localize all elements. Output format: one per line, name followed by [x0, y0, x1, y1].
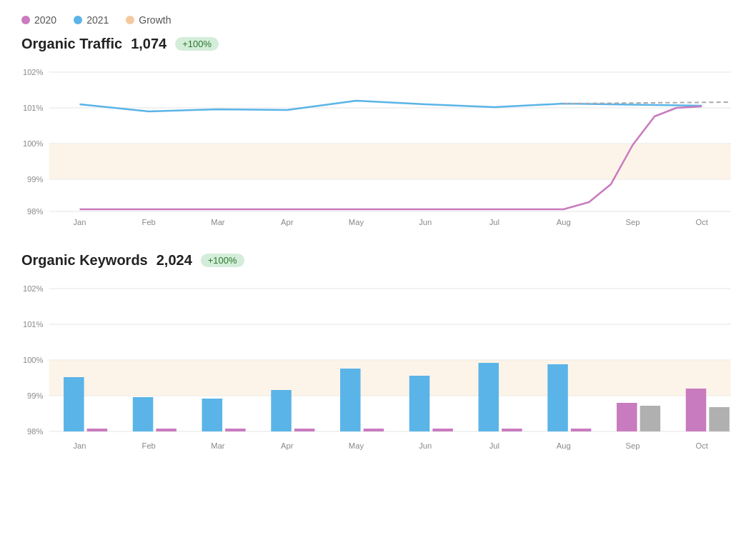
svg-text:Feb: Feb — [142, 218, 156, 226]
legend-label-2021: 2021 — [86, 14, 109, 26]
svg-line-21 — [564, 102, 731, 104]
bar-sep-2020 — [617, 403, 637, 431]
legend-dot-growth — [126, 16, 134, 24]
svg-text:98%: 98% — [27, 427, 44, 436]
legend-item-2021: 2021 — [74, 14, 109, 26]
svg-text:Jan: Jan — [73, 441, 86, 450]
svg-rect-10 — [49, 144, 731, 179]
organic-keywords-title: Organic Keywords — [21, 252, 148, 269]
svg-text:Sep: Sep — [625, 218, 640, 226]
bar-jan-2020 — [87, 429, 108, 431]
bar-feb-2020 — [156, 429, 176, 431]
bar-oct-2020 — [686, 389, 707, 431]
legend-dot-2021 — [74, 16, 82, 24]
bar-jul-2021 — [479, 363, 499, 431]
organic-traffic-title: Organic Traffic — [21, 36, 122, 52]
svg-text:Jun: Jun — [419, 218, 432, 226]
organic-traffic-value: 1,074 — [131, 36, 166, 52]
legend-dot-2020 — [21, 16, 30, 24]
organic-keywords-svg: 102% 101% 100% 99% 98% Jan Feb Mar Apr M… — [21, 276, 735, 461]
svg-text:102%: 102% — [23, 284, 44, 293]
bar-jan-2021 — [64, 377, 84, 431]
svg-text:Apr: Apr — [281, 218, 294, 226]
legend-label-growth: Growth — [139, 14, 171, 26]
bar-jun-2020 — [432, 429, 453, 431]
organic-traffic-chart: 102% 101% 100% 99% 98% Jan Feb Mar Apr M… — [21, 59, 735, 231]
svg-text:Jan: Jan — [73, 218, 86, 226]
svg-text:Feb: Feb — [142, 441, 156, 450]
legend-label-2020: 2020 — [34, 14, 56, 26]
organic-keywords-section: Organic Keywords 2,024 +100% 102% 101% 1… — [21, 252, 735, 461]
bar-sep-2021 — [640, 406, 661, 431]
organic-traffic-svg: 102% 101% 100% 99% 98% Jan Feb Mar Apr M… — [21, 59, 735, 231]
organic-traffic-title-row: Organic Traffic 1,074 +100% — [21, 36, 735, 52]
legend-item-growth: Growth — [126, 14, 171, 26]
organic-traffic-section: Organic Traffic 1,074 +100% 102% 101% 10… — [21, 36, 735, 231]
svg-text:May: May — [349, 218, 364, 226]
svg-text:Sep: Sep — [625, 441, 640, 450]
organic-keywords-value: 2,024 — [156, 252, 192, 269]
legend-item-2020: 2020 — [21, 14, 56, 26]
bar-mar-2021 — [202, 399, 223, 431]
bar-jul-2020 — [502, 429, 522, 431]
bar-jun-2021 — [409, 376, 430, 431]
organic-keywords-title-row: Organic Keywords 2,024 +100% — [21, 252, 735, 269]
svg-text:Jun: Jun — [419, 441, 432, 450]
svg-text:May: May — [349, 441, 364, 450]
svg-text:98%: 98% — [27, 207, 44, 216]
bar-may-2020 — [364, 429, 384, 431]
bar-apr-2020 — [294, 429, 315, 431]
chart-legend: 2020 2021 Growth — [21, 14, 735, 26]
svg-text:Jul: Jul — [489, 441, 499, 450]
svg-text:102%: 102% — [23, 68, 44, 76]
svg-text:101%: 101% — [23, 320, 44, 329]
organic-keywords-badge: +100% — [201, 254, 244, 267]
svg-text:Mar: Mar — [211, 218, 225, 226]
bar-mar-2020 — [225, 429, 246, 431]
svg-text:99%: 99% — [27, 175, 44, 184]
svg-text:99%: 99% — [27, 391, 44, 400]
svg-text:Oct: Oct — [695, 218, 707, 226]
svg-text:Aug: Aug — [557, 218, 571, 226]
svg-text:Mar: Mar — [211, 441, 225, 450]
bar-oct-2021 — [709, 407, 730, 431]
bar-apr-2021 — [271, 390, 292, 431]
svg-text:100%: 100% — [23, 356, 44, 364]
svg-text:Apr: Apr — [281, 441, 294, 450]
svg-text:101%: 101% — [23, 104, 44, 112]
svg-text:Jul: Jul — [489, 218, 499, 226]
bar-feb-2021 — [133, 397, 154, 431]
bar-may-2021 — [340, 369, 361, 431]
svg-text:Oct: Oct — [695, 441, 707, 450]
bar-aug-2021 — [547, 364, 568, 431]
organic-traffic-badge: +100% — [175, 37, 219, 51]
svg-rect-32 — [49, 360, 731, 396]
svg-text:Aug: Aug — [557, 441, 571, 450]
organic-keywords-chart: 102% 101% 100% 99% 98% Jan Feb Mar Apr M… — [21, 276, 735, 461]
svg-text:100%: 100% — [23, 139, 44, 148]
bar-aug-2020 — [571, 429, 592, 431]
